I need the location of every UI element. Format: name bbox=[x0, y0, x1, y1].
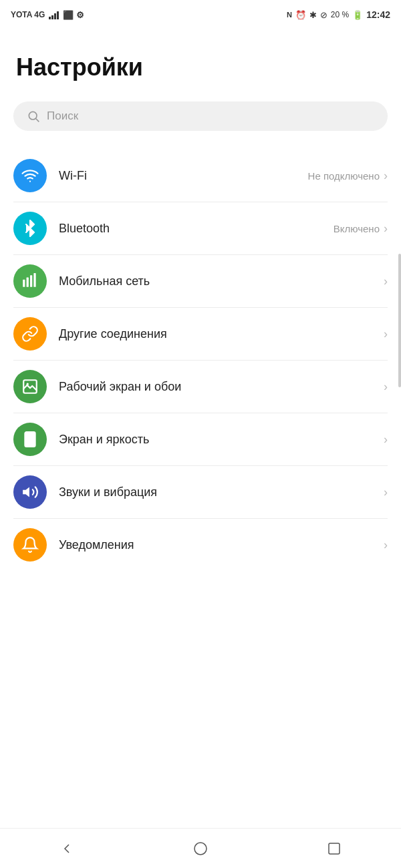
page-title: Настройки bbox=[13, 53, 388, 81]
no-sim-icon: ⊘ bbox=[320, 10, 327, 20]
notifications-chevron: › bbox=[384, 538, 388, 552]
home-screen-chevron: › bbox=[384, 380, 388, 394]
notifications-label: Уведомления bbox=[59, 538, 384, 552]
svg-rect-3 bbox=[27, 278, 29, 287]
wallpaper-icon bbox=[21, 378, 39, 395]
bluetooth-icon-container bbox=[13, 212, 47, 245]
mobile-network-chevron: › bbox=[384, 274, 388, 288]
search-placeholder: Поиск bbox=[47, 110, 78, 123]
carrier-label: YOTA 4G bbox=[11, 10, 45, 19]
wifi-icon: svg path { fill: none; stroke: white; st… bbox=[21, 167, 39, 184]
nfc-icon: N bbox=[287, 11, 292, 19]
settings-item-display[interactable]: Экран и яркость › bbox=[13, 413, 388, 466]
wifi-status: Не подключено bbox=[308, 170, 380, 182]
settings-item-mobile-network[interactable]: Мобильная сеть › bbox=[13, 255, 388, 308]
bluetooth-icon bbox=[21, 220, 39, 237]
wifi-icon-container: svg path { fill: none; stroke: white; st… bbox=[13, 159, 47, 192]
mobile-network-label: Мобильная сеть bbox=[59, 274, 384, 288]
wifi-chevron: › bbox=[384, 169, 388, 183]
home-screen-icon-container bbox=[13, 370, 47, 403]
home-screen-label: Рабочий экран и обои bbox=[59, 380, 384, 394]
back-button[interactable] bbox=[47, 835, 87, 862]
sounds-icon-container bbox=[13, 475, 47, 509]
display-icon bbox=[21, 431, 39, 448]
volume-icon bbox=[21, 483, 39, 501]
signal-icon bbox=[21, 272, 39, 290]
svg-point-0 bbox=[29, 112, 37, 120]
recents-icon bbox=[326, 841, 342, 857]
status-right: N ⏰ ✱ ⊘ 20 % 🔋 12:42 bbox=[287, 9, 390, 20]
link-icon bbox=[21, 325, 39, 343]
bell-icon bbox=[21, 536, 39, 554]
sounds-chevron: › bbox=[384, 485, 388, 499]
other-connections-label: Другие соединения bbox=[59, 327, 384, 341]
status-left: YOTA 4G ⬛ ⚙ bbox=[11, 10, 84, 20]
settings-item-bluetooth[interactable]: Bluetooth Включено › bbox=[13, 202, 388, 255]
bluetooth-status: Включено bbox=[333, 223, 380, 234]
recents-button[interactable] bbox=[314, 835, 354, 862]
mobile-network-icon-container bbox=[13, 264, 47, 298]
other-connections-chevron: › bbox=[384, 327, 388, 341]
svg-marker-10 bbox=[23, 487, 29, 497]
svg-point-11 bbox=[194, 843, 207, 855]
bluetooth-chevron: › bbox=[384, 222, 388, 236]
settings-item-notifications[interactable]: Уведомления › bbox=[13, 519, 388, 571]
bluetooth-label: Bluetooth bbox=[59, 222, 333, 236]
display-chevron: › bbox=[384, 433, 388, 447]
wifi-label: Wi-Fi bbox=[59, 169, 308, 183]
home-button[interactable] bbox=[180, 835, 221, 862]
settings-item-wifi[interactable]: svg path { fill: none; stroke: white; st… bbox=[13, 150, 388, 202]
time-label: 12:42 bbox=[366, 9, 390, 20]
alarm-icon: ⏰ bbox=[295, 10, 306, 20]
notifications-icon-container bbox=[13, 528, 47, 562]
battery-icon: 🔋 bbox=[352, 10, 363, 20]
settings-list: svg path { fill: none; stroke: white; st… bbox=[13, 150, 388, 571]
bluetooth-status-icon: ✱ bbox=[309, 10, 317, 20]
search-icon bbox=[27, 110, 40, 123]
svg-rect-12 bbox=[329, 843, 340, 854]
search-bar[interactable]: Поиск bbox=[13, 101, 388, 131]
settings-item-other-connections[interactable]: Другие соединения › bbox=[13, 308, 388, 361]
svg-line-1 bbox=[36, 119, 39, 122]
main-content: Настройки Поиск svg path { fill: none; s… bbox=[0, 53, 401, 571]
display-label: Экран и яркость bbox=[59, 433, 384, 447]
home-icon bbox=[192, 841, 209, 857]
battery-percent: 20 % bbox=[331, 10, 349, 19]
other-connections-icon-container bbox=[13, 317, 47, 351]
svg-point-7 bbox=[27, 383, 29, 385]
svg-rect-4 bbox=[30, 275, 32, 286]
bottom-nav bbox=[0, 828, 401, 868]
display-icon-container bbox=[13, 423, 47, 456]
scroll-indicator bbox=[398, 254, 401, 387]
sounds-label: Звуки и вибрация bbox=[59, 485, 384, 499]
svg-rect-5 bbox=[33, 273, 35, 287]
back-icon bbox=[59, 841, 75, 857]
svg-rect-2 bbox=[23, 280, 25, 287]
status-bar: YOTA 4G ⬛ ⚙ N ⏰ ✱ ⊘ 20 % 🔋 12:42 bbox=[0, 0, 401, 27]
settings-item-home-screen[interactable]: Рабочий экран и обои › bbox=[13, 361, 388, 413]
sim-icon: ⬛ bbox=[63, 10, 74, 20]
settings-item-sounds[interactable]: Звуки и вибрация › bbox=[13, 466, 388, 519]
sync-icon: ⚙ bbox=[76, 10, 84, 20]
signal-icon bbox=[49, 10, 59, 19]
